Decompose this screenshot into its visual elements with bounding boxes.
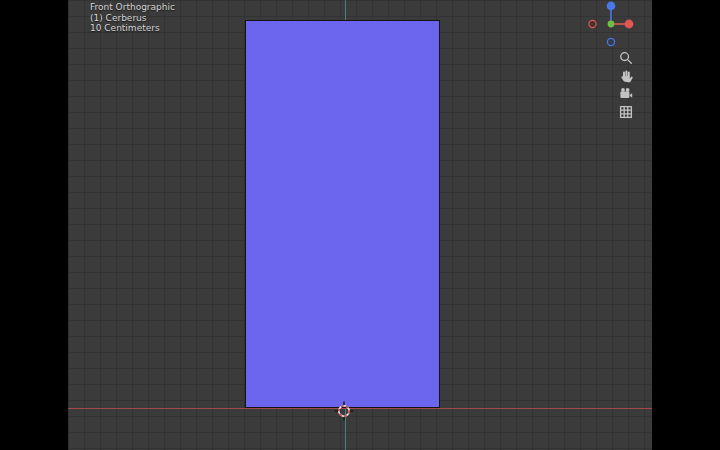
camera-icon — [618, 86, 634, 102]
3d-cursor[interactable] — [334, 401, 354, 421]
gizmo-x-negative[interactable] — [589, 20, 596, 27]
letterbox-right — [652, 0, 720, 450]
hand-icon — [618, 68, 634, 84]
gizmo-y-positive[interactable] — [608, 21, 615, 28]
3d-viewport[interactable]: Front Orthographic (1) Cerberus 10 Centi… — [68, 0, 652, 450]
axis-gizmo[interactable] — [587, 0, 635, 48]
active-object-label: (1) Cerberus — [90, 13, 175, 24]
move-view-button[interactable] — [617, 68, 634, 84]
x-axis-line — [68, 408, 652, 409]
grid-scale-label: 10 Centimeters — [90, 23, 175, 34]
viewport-text-overlay: Front Orthographic (1) Cerberus 10 Centi… — [90, 2, 175, 34]
letterbox-left — [0, 0, 68, 450]
view-name-label: Front Orthographic — [90, 2, 175, 13]
camera-view-button[interactable] — [617, 86, 634, 102]
grid-icon — [618, 104, 634, 120]
zoom-view-button[interactable] — [617, 50, 634, 66]
gizmo-x-positive[interactable] — [625, 20, 634, 29]
toggle-orthographic-button[interactable] — [617, 104, 634, 120]
mesh-object[interactable] — [245, 20, 440, 408]
magnifier-icon — [618, 50, 634, 66]
viewport-nav-buttons — [617, 50, 635, 120]
gizmo-z-negative[interactable] — [607, 38, 614, 45]
gizmo-z-positive[interactable] — [607, 2, 616, 11]
